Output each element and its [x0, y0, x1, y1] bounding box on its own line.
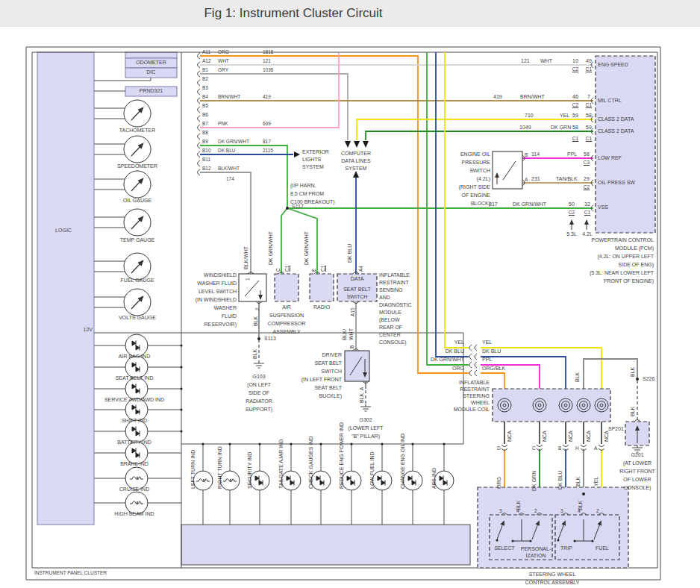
connector-label-c1: C1 — [320, 266, 326, 272]
pcm-conn: C1 — [583, 210, 592, 216]
pcm-conn: C2 — [571, 66, 580, 72]
pcm-wire-color: TAN/BLK — [556, 176, 578, 182]
wire-label-blkwht: BLK/WHT — [243, 246, 249, 269]
pcm-pin: 59 — [584, 125, 593, 131]
pin-label-1: 1 — [245, 278, 251, 281]
exterior-lights-arrow — [294, 151, 300, 157]
steering-wheel-assembly-label: STEERING WHEEL CONTROL ASSEMBLY — [485, 570, 619, 587]
pcm-wire-color: PPL — [567, 151, 577, 157]
nca-label: NCA — [507, 431, 513, 442]
pcm-pin: 7 — [584, 94, 593, 100]
pin-id: B2 — [202, 76, 208, 82]
pin-circuit: 639 — [263, 121, 271, 127]
oil-switch-label: ENGINE OIL PRESSURE SWITCH (4.2L) (RIGHT… — [423, 150, 490, 207]
radio-label: RADIO — [299, 304, 344, 310]
pin-color: DK BLU — [218, 148, 235, 154]
pin-id: B11 — [202, 157, 210, 163]
pin-id: B6 — [202, 112, 208, 118]
gauge-label: FUEL GAUGE — [93, 278, 182, 284]
personalization-button-label: PERSONAL- IZATION — [517, 545, 554, 559]
pcm-conn: C2 — [567, 210, 576, 216]
odometer-label: ODOMETER — [125, 60, 177, 66]
pcm-wire-circuit: 710 — [525, 113, 534, 119]
figure-instrument-cluster-circuit: Fig 1: Instrument Cluster Circuit — [0, 0, 700, 588]
pcm-signal-label: CLASS 2 DATA — [598, 116, 634, 122]
wire-label-dkgrnwht: DK GRN/WHT — [304, 231, 310, 265]
nca-label: NCA — [542, 431, 548, 442]
pcm-conn: C1 — [584, 136, 593, 142]
trip-button-label: TRIP — [550, 545, 583, 551]
pin-circuit: 2115 — [263, 148, 273, 154]
pin-label-3: 3 — [560, 508, 563, 514]
pcm-pin: 29 — [582, 176, 591, 182]
wire-label-dkgrnwht: DK GRN/WHT — [409, 357, 464, 363]
seat-belt-switch-label: SEAT BELT SWITCH — [337, 286, 377, 301]
indicator-label: SHIFT IND — [82, 418, 187, 424]
pin-label-h: H — [575, 445, 579, 451]
pin-label-4: 4 — [578, 508, 581, 514]
indicator-label: CHECK GAUGES IND — [308, 437, 314, 489]
pcm-conn: C1 — [571, 136, 580, 142]
logic-box — [37, 52, 94, 525]
pcm-wire-color: BRN/WHT — [520, 94, 545, 100]
pcm-signal-label: CLASS 2 DATA — [598, 128, 634, 134]
wire-label-yel: YEL — [418, 340, 464, 345]
nca-label: NCA — [604, 431, 610, 442]
pin-label-a: A — [359, 387, 365, 390]
pin-id: B4 — [202, 94, 208, 100]
prnd-label: PRND321 — [125, 88, 177, 94]
pin-id: B5 — [202, 103, 208, 109]
pcm-wire-color: DK GRN/WHT — [513, 201, 546, 207]
wire-label-blk: BLK — [252, 349, 258, 359]
pin-circuit: 419 — [263, 94, 271, 100]
pin-color: DK GRN/WHT — [218, 139, 249, 145]
pin-circuit: 1036 — [263, 67, 273, 73]
radio-box — [310, 274, 334, 301]
indicator-label: HIGH BEAM IND — [82, 511, 187, 517]
wire-label-blkwht: BLK/ WHT — [341, 328, 354, 340]
pcm-pin: 49 — [584, 58, 593, 64]
wire-label-org: ORG — [496, 477, 502, 489]
pcm-wire-circuit: 817 — [489, 201, 498, 207]
pcm-signal-label: MIL CTRL — [598, 98, 622, 104]
s117-note: (I/P HARN, 8.5 CM FROM C100 BREAKOUT) — [290, 181, 335, 206]
pin-label-a15: A15 — [350, 307, 356, 316]
wire-label-ppl: PPL — [482, 357, 492, 363]
pin-label-a: A — [525, 177, 528, 183]
g302-label: G302 (LOWER LEFT "B" PILLAR) — [336, 416, 396, 440]
pcm-conn: C1 — [584, 102, 593, 108]
indicator-label: SECURITY IND — [247, 452, 253, 489]
pin-label-b: B — [525, 152, 528, 158]
pin-label-3: 3 — [499, 508, 502, 514]
pcm-pin: 32 — [583, 201, 592, 207]
cluster-boxes — [37, 52, 177, 525]
exterior-lights-label: EXTERIOR LIGHTS SYSTEM — [302, 148, 329, 171]
pcm-signal-label: LOW REF — [598, 155, 622, 161]
fuel-button-label: FUEL — [586, 545, 619, 551]
indicator-label: CHANGE ENG OIL IND — [400, 434, 406, 489]
pin-color: GRY — [218, 67, 228, 73]
pin-color: BRN/WHT — [218, 94, 240, 100]
pcm-wire-color: YEL — [560, 113, 569, 119]
wire-label-dkblu: DK BLU — [418, 348, 464, 354]
pcm-wire-circuit: 1049 — [519, 125, 531, 131]
pcm-conn: C3 — [582, 160, 591, 166]
s113-label: S113 — [264, 336, 276, 342]
pcm-pin: 59 — [571, 113, 580, 119]
pin-id: B7 — [202, 121, 208, 127]
s117-label: S117 — [292, 204, 304, 210]
pcm-pin: 58 — [571, 125, 580, 131]
pin-circuit: 121 — [263, 58, 271, 64]
wire-label-orgblk: ORG/BLK — [482, 366, 505, 372]
wire-label-blk: BLK — [359, 393, 365, 403]
wire-label-dkgrnwht: DK GRN/WHT — [268, 231, 274, 265]
pin-id: B1 — [202, 67, 208, 73]
pin-label-2: 2 — [534, 508, 537, 514]
driver-seat-belt-box — [345, 351, 369, 381]
wire-label-blk: BLK — [575, 372, 581, 382]
pin-label-b: B — [558, 445, 561, 451]
indicator-label: ABS IND — [431, 468, 437, 489]
cluster-name-label: INSTRUMENT PANEL CLUSTER — [34, 570, 107, 576]
pin-id: A12 — [202, 58, 211, 64]
pcm-pin: 46 — [571, 94, 580, 100]
